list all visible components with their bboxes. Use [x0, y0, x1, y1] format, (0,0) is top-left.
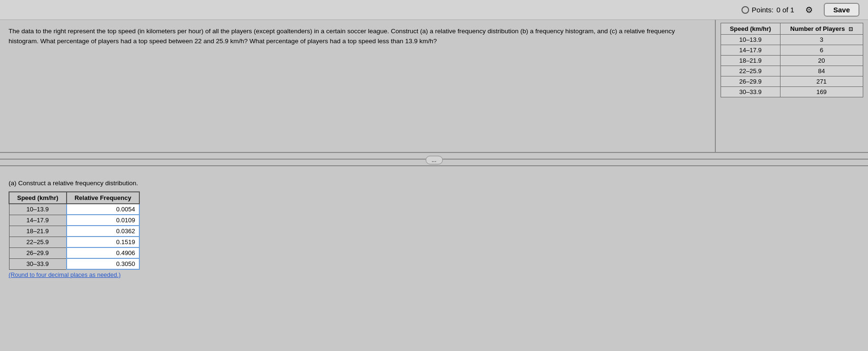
bottom-content: (a) Construct a relative frequency distr… — [0, 165, 868, 283]
points-circle-icon — [741, 6, 749, 14]
freq-value-input[interactable]: 0.1519 — [67, 237, 139, 247]
data-table-players-cell: 3 — [780, 35, 863, 45]
points-text: Points: — [752, 6, 774, 14]
top-content: The data to the right represent the top … — [0, 20, 868, 153]
top-bar: Points: 0 of 1 ⚙ Save — [0, 0, 868, 20]
freq-table-row: 22–25.90.1519 — [9, 237, 139, 247]
freq-speed-cell: 22–25.9 — [9, 237, 67, 247]
ellipsis-button[interactable]: ... — [425, 156, 442, 164]
data-table-speed-cell: 26–29.9 — [721, 76, 780, 87]
column-icon[interactable]: ⊡ — [848, 26, 853, 32]
data-table-row: 22–25.984 — [721, 66, 863, 76]
points-display: Points: 0 of 1 — [741, 6, 794, 14]
data-table-speed-cell: 30–33.9 — [721, 87, 780, 97]
problem-text: The data to the right represent the top … — [9, 27, 706, 47]
section-a: (a) Construct a relative frequency distr… — [0, 165, 868, 283]
freq-speed-cell: 30–33.9 — [9, 258, 67, 269]
freq-table-row: 14–17.90.0109 — [9, 215, 139, 226]
freq-speed-cell: 26–29.9 — [9, 247, 67, 258]
freq-table-row: 26–29.90.4906 — [9, 247, 139, 258]
data-table-row: 30–33.9169 — [721, 87, 863, 97]
data-table-row: 10–13.93 — [721, 35, 863, 45]
freq-speed-cell: 18–21.9 — [9, 226, 67, 237]
freq-table-col1-header: Speed (km/hr) — [9, 192, 67, 204]
left-panel: The data to the right represent the top … — [0, 20, 716, 152]
data-table-speed-cell: 18–21.9 — [721, 56, 780, 66]
data-table-row: 14–17.96 — [721, 45, 863, 56]
data-table-speed-cell: 22–25.9 — [721, 66, 780, 76]
data-table-players-cell: 6 — [780, 45, 863, 56]
points-value: 0 of 1 — [776, 6, 794, 14]
section-a-title: (a) Construct a relative frequency distr… — [9, 180, 859, 187]
freq-table: Speed (km/hr) Relative Frequency 10–13.9… — [9, 191, 140, 270]
data-table-col2-header: Number of Players ⊡ — [780, 23, 863, 35]
freq-value-input[interactable]: 0.0109 — [67, 215, 139, 226]
data-table-players-cell: 84 — [780, 66, 863, 76]
round-note: (Round to four decimal places as needed.… — [9, 272, 859, 278]
freq-speed-cell: 14–17.9 — [9, 215, 67, 226]
data-table-row: 18–21.920 — [721, 56, 863, 66]
freq-value-input[interactable]: 0.4906 — [67, 247, 139, 258]
data-table-players-cell: 20 — [780, 56, 863, 66]
freq-value-input[interactable]: 0.0362 — [67, 226, 139, 237]
data-table-players-cell: 169 — [780, 87, 863, 97]
freq-speed-cell: 10–13.9 — [9, 204, 67, 215]
data-table-speed-cell: 10–13.9 — [721, 35, 780, 45]
divider-row: ... — [0, 153, 868, 160]
freq-table-row: 10–13.90.0054 — [9, 204, 139, 215]
freq-value-input[interactable]: 0.0054 — [67, 204, 139, 215]
data-table-speed-cell: 14–17.9 — [721, 45, 780, 56]
data-table: Speed (km/hr) Number of Players ⊡ 10–13.… — [721, 23, 863, 97]
freq-table-row: 30–33.90.3050 — [9, 258, 139, 269]
data-table-col1-header: Speed (km/hr) — [721, 23, 780, 35]
gear-icon[interactable]: ⚙ — [804, 5, 814, 15]
freq-table-row: 18–21.90.0362 — [9, 226, 139, 237]
data-table-players-cell: 271 — [780, 76, 863, 87]
save-button[interactable]: Save — [824, 3, 859, 17]
freq-value-input[interactable]: 0.3050 — [67, 258, 139, 269]
full-page: Points: 0 of 1 ⚙ Save The data to the ri… — [0, 0, 868, 283]
right-panel: Speed (km/hr) Number of Players ⊡ 10–13.… — [716, 20, 868, 152]
freq-table-col2-header: Relative Frequency — [67, 192, 139, 204]
data-table-row: 26–29.9271 — [721, 76, 863, 87]
